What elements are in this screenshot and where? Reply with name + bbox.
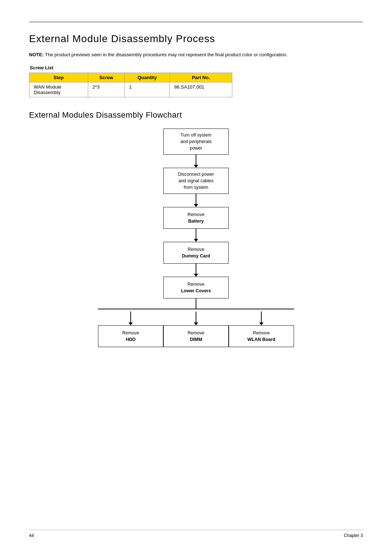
arrow-4-5 xyxy=(194,264,198,277)
arrow-line xyxy=(196,155,196,165)
branch-arrowhead-wlan xyxy=(259,322,264,325)
box4-line1: Remove xyxy=(188,246,205,253)
branch1-line1: Remove xyxy=(122,330,139,336)
section-title: External Modules Disassembly Flowchart xyxy=(29,110,363,120)
box4-bold: Dummy Card xyxy=(182,253,210,259)
arrow-line xyxy=(196,229,196,239)
note-paragraph: NOTE: The product previews seen in the d… xyxy=(29,51,363,58)
box1-line2: and peripherals xyxy=(180,138,212,145)
branch3-line1: Remove xyxy=(253,330,270,336)
box2-line2: and signal cables xyxy=(179,178,214,184)
branch-vline-hdd xyxy=(130,312,131,322)
page: External Module Disassembly Process NOTE… xyxy=(0,0,392,549)
v-connector-main xyxy=(196,298,196,309)
arrow-head xyxy=(194,165,198,168)
branch-hdd-col: Remove HDD xyxy=(98,309,163,347)
branch-arrowhead-dimm xyxy=(194,322,198,325)
arrow-line xyxy=(196,264,196,274)
arrow-head xyxy=(194,239,198,242)
footer: 44 Chapter 3 xyxy=(29,530,363,538)
branch-vline-wlan xyxy=(261,312,262,322)
flowchart-box-dimm: Remove DIMM xyxy=(163,325,229,347)
note-label: NOTE: xyxy=(29,52,44,57)
col-quantity: Quantity xyxy=(124,73,170,82)
flowchart-box-4: Remove Dummy Card xyxy=(163,242,229,264)
box5-line1: Remove xyxy=(188,281,205,288)
arrow-head xyxy=(194,274,198,277)
screw-table: Step Screw Quantity Part No. WAN ModuleD… xyxy=(29,73,232,97)
box3-bold: Battery xyxy=(188,218,204,224)
box1-line3: power xyxy=(190,145,202,151)
arrow-line xyxy=(196,194,196,204)
col-step: Step xyxy=(29,73,88,82)
flowchart-box-2: Disconnect power and signal cables from … xyxy=(163,168,229,194)
cell-quantity: 1 xyxy=(124,82,170,97)
flowchart-box-wlan: Remove WLAN Board xyxy=(229,325,294,347)
flowchart-box-1: Turn off system and peripherals power xyxy=(163,129,229,155)
col-screw: Screw xyxy=(88,73,124,82)
branch1-bold: HDD xyxy=(126,336,135,343)
branch-wlan-col: Remove WLAN Board xyxy=(229,309,294,347)
flowchart: Turn off system and peripherals power Di… xyxy=(29,129,363,347)
branch-vline-dimm xyxy=(196,312,196,322)
box5-bold: Lower Covers xyxy=(181,288,211,294)
box3-line1: Remove xyxy=(188,211,205,218)
arrow-2-3 xyxy=(194,194,198,207)
cell-screw: 2*3 xyxy=(88,82,124,97)
box2-line3: from system xyxy=(184,184,208,191)
branch-arrow-dimm xyxy=(194,309,198,325)
arrow-3-4 xyxy=(194,229,198,242)
box1-line1: Turn off system xyxy=(180,132,211,138)
col-partno: Part No. xyxy=(170,73,232,82)
h-branch-line xyxy=(98,309,294,309)
branch2-bold: DIMM xyxy=(190,336,202,343)
table-header-row: Step Screw Quantity Part No. xyxy=(29,73,232,82)
branch-row: Remove HDD Remove DIMM xyxy=(98,309,294,347)
cell-partno: 86.SA107.001 xyxy=(170,82,232,97)
flowchart-box-3: Remove Battery xyxy=(163,207,229,229)
branch-dimm-col: Remove DIMM xyxy=(163,309,229,347)
arrow-1-2 xyxy=(194,155,198,168)
top-rule xyxy=(29,22,363,22)
arrow-head xyxy=(194,204,198,207)
branch-arrow-hdd xyxy=(128,309,133,325)
footer-chapter: Chapter 3 xyxy=(344,533,363,538)
flowchart-box-5: Remove Lower Covers xyxy=(163,277,229,298)
branch-arrowhead-hdd xyxy=(128,322,133,325)
branch-arrow-wlan xyxy=(259,309,264,325)
footer-page-number: 44 xyxy=(29,533,34,538)
note-content: The product previews seen in the disasse… xyxy=(45,52,287,57)
cell-step: WAN ModuleDisassembly xyxy=(29,82,88,97)
flowchart-box-hdd: Remove HDD xyxy=(98,325,163,347)
screw-list-label: Screw List xyxy=(30,65,363,70)
branch3-bold: WLAN Board xyxy=(247,336,275,343)
box2-line1: Disconnect power xyxy=(178,171,214,178)
page-title: External Module Disassembly Process xyxy=(29,33,363,45)
table-row: WAN ModuleDisassembly 2*3 1 86.SA107.001 xyxy=(29,82,232,97)
branch2-line1: Remove xyxy=(188,330,205,336)
